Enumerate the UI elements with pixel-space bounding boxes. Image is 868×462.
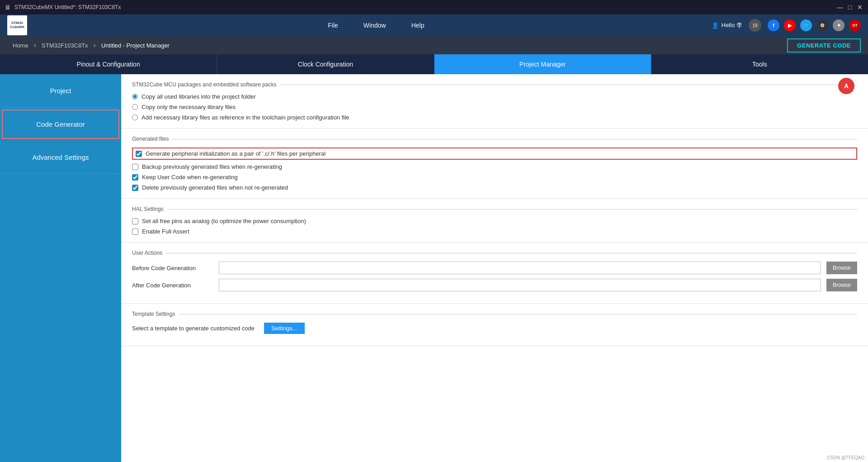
user-actions-title: User Actions [132,250,857,256]
tab-clock-label: Clock Configuration [298,61,353,68]
notification-icon: A [844,82,849,90]
generate-code-button[interactable]: GENERATE CODE [787,38,861,52]
checkbox-keep-user-code[interactable]: Keep User Code when re-generating [132,174,857,181]
sidebar-project-label: Project [50,87,71,95]
user-icon: 👤 [712,22,719,29]
template-settings-title: Template Settings [132,311,857,317]
close-button[interactable]: ✕ [856,4,863,11]
minimize-button[interactable]: — [836,4,844,11]
generated-files-section: Generated files Generate peripheral init… [121,129,868,199]
logo-text: STM32CubeMX [10,21,24,29]
sidebar-code-generator-label: Code Generator [36,120,85,128]
checkbox-delete-generated[interactable]: Delete previously generated files when n… [132,184,857,191]
checkbox-backup-input[interactable] [132,164,138,170]
window-controls: — □ ✕ [836,4,863,11]
titlebar-left: 🖥 STM32CubeMX Untitled*: STM32F103C8Tx [5,4,121,11]
radio-copy-necessary[interactable]: Copy only the necessary library files [132,104,857,110]
tab-clock[interactable]: Clock Configuration [217,54,434,74]
radio-copy-all-label: Copy all used libraries into the project… [142,93,256,100]
radio-add-reference-label: Add necessary library files as reference… [142,114,349,121]
tab-project-label: Project Manager [519,61,566,68]
user-greeting: 👤 Hello 李 [712,21,742,29]
radio-add-reference[interactable]: Add necessary library files as reference… [132,114,857,121]
checkbox-backup-files[interactable]: Backup previously generated files when r… [132,163,857,170]
sidebar-item-advanced-settings[interactable]: Advanced Settings [0,141,121,174]
checkbox-analog-pins[interactable]: Set all free pins as analog (to optimize… [132,218,857,224]
sidebar-item-code-generator[interactable]: Code Generator [2,110,119,139]
before-generation-row: Before Code Generation Browse [132,262,857,274]
tab-pinout[interactable]: Pinout & Configuration [0,54,217,74]
network-icon[interactable]: ✦ [833,19,844,31]
main-layout: Project Code Generator Advanced Settings… [0,74,868,462]
github-icon[interactable]: ⚙ [816,19,828,31]
sidebar-advanced-label: Advanced Settings [32,153,89,161]
checkbox-delete-input[interactable] [132,185,138,191]
checkbox-backup-label: Backup previously generated files when r… [142,163,282,170]
mcu-packages-title: STM32Cube MCU packages and embedded soft… [132,81,857,88]
template-settings-section: Template Settings Select a template to g… [121,304,868,346]
checkbox-group-generated: Generate peripheral initialization as a … [132,148,857,191]
tab-pinout-label: Pinout & Configuration [77,61,140,68]
breadcrumb-mcu[interactable]: STM32F103C8Tx [36,40,94,51]
checkbox-analog-input[interactable] [132,218,138,224]
checkbox-peripheral-input[interactable] [136,151,142,157]
checkbox-peripheral-label: Generate peripheral initialization as a … [146,150,326,157]
sidebar: Project Code Generator Advanced Settings [0,74,121,462]
youtube-icon[interactable]: ▶ [784,19,796,31]
template-label: Select a template to generate customized… [132,325,259,332]
maximize-button[interactable]: □ [846,4,854,11]
breadcrumb-project[interactable]: Untitled - Project Manager [96,40,175,51]
titlebar-title: STM32CubeMX Untitled*: STM32F103C8Tx [14,4,121,10]
radio-copy-all-input[interactable] [132,94,138,100]
mcu-packages-section: STM32Cube MCU packages and embedded soft… [121,74,868,129]
version-badge: 19 [749,19,761,32]
twitter-icon[interactable]: 🐦 [800,19,812,31]
menu-file[interactable]: File [324,20,342,31]
checkbox-keep-user-input[interactable] [132,174,138,181]
checkbox-full-assert[interactable]: Enable Full Assert [132,228,857,235]
tab-project-manager[interactable]: Project Manager [434,54,651,74]
template-row: Select a template to generate customized… [132,323,857,334]
menu-window[interactable]: Window [360,20,390,31]
menu-items: File Window Help [41,20,712,31]
notification-circle: A [838,78,854,94]
radio-copy-all[interactable]: Copy all used libraries into the project… [132,93,857,100]
menu-help[interactable]: Help [408,20,428,31]
hal-settings-title: HAL Settings [132,206,857,212]
tabbar: Pinout & Configuration Clock Configurati… [0,54,868,74]
hal-settings-section: HAL Settings Set all free pins as analog… [121,199,868,243]
tab-tools-label: Tools [752,61,767,68]
before-label: Before Code Generation [132,265,213,271]
st-icon[interactable]: ST [849,19,861,31]
checkbox-peripheral-files[interactable]: Generate peripheral initialization as a … [132,148,857,160]
after-browse-button[interactable]: Browse [826,279,857,291]
social-links: f ▶ 🐦 ⚙ ✦ ST [768,19,861,31]
after-generation-row: After Code Generation Browse [132,279,857,291]
menubar-right: 👤 Hello 李 19 f ▶ 🐦 ⚙ ✦ ST [712,19,861,32]
breadcrumb-left: Home › STM32F103C8Tx › Untitled - Projec… [7,40,175,51]
before-code-input[interactable] [219,262,821,274]
checkbox-keep-user-label: Keep User Code when re-generating [142,174,238,181]
facebook-icon[interactable]: f [768,19,779,31]
watermark: CSDN @TFEQAO [827,455,864,460]
radio-group-mcu: Copy all used libraries into the project… [132,93,857,121]
checkbox-assert-label: Enable Full Assert [142,228,189,235]
titlebar: 🖥 STM32CubeMX Untitled*: STM32F103C8Tx —… [0,0,868,14]
logo-box: STM32CubeMX [7,15,27,35]
generated-files-title: Generated files [132,136,857,142]
radio-copy-necessary-input[interactable] [132,104,138,110]
checkbox-delete-label: Delete previously generated files when n… [142,184,288,191]
app-icon: 🖥 [5,4,11,11]
menubar: STM32CubeMX File Window Help 👤 Hello 李 1… [0,14,868,36]
after-code-input[interactable] [219,279,821,291]
breadcrumb-home[interactable]: Home [7,40,34,51]
sidebar-item-project[interactable]: Project [0,74,121,108]
template-settings-button[interactable]: Settings... [264,323,305,334]
user-name: Hello 李 [722,21,742,29]
after-label: After Code Generation [132,282,213,289]
user-actions-section: User Actions Before Code Generation Brow… [121,243,868,304]
tab-tools[interactable]: Tools [651,54,868,74]
before-browse-button[interactable]: Browse [826,262,857,274]
checkbox-assert-input[interactable] [132,229,138,235]
radio-add-reference-input[interactable] [132,114,138,120]
